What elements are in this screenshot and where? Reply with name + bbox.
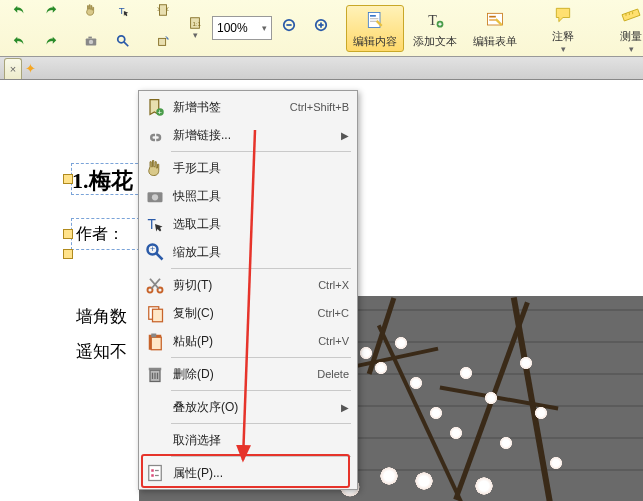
fit-page-button[interactable] (148, 0, 178, 28)
menu-delete[interactable]: 删除(D)Delete (141, 360, 355, 388)
measure-button[interactable]: 测量 ▾ (602, 0, 643, 57)
svg-rect-48 (149, 368, 162, 371)
menu-arrange[interactable]: 叠放次序(O)▶ (141, 393, 355, 421)
menu-copy[interactable]: 复制(C)Ctrl+C (141, 299, 355, 327)
submenu-arrow-icon: ▶ (341, 402, 349, 413)
add-text-label: 添加文本 (413, 34, 457, 49)
rotate-icon (154, 32, 172, 50)
magnifier-icon (114, 32, 132, 50)
svg-text:+: + (158, 108, 163, 117)
context-menu: +新增书签Ctrl+Shift+B 新增链接...▶ 手形工具 快照工具 T选取… (138, 90, 358, 490)
undo-more-button[interactable] (4, 29, 34, 59)
copy-icon (145, 303, 165, 323)
svg-point-4 (118, 35, 125, 42)
svg-line-5 (124, 41, 128, 45)
camera-icon (145, 186, 165, 206)
menu-zoom-tool[interactable]: +缩放工具 (141, 238, 355, 266)
zoom-button[interactable] (108, 29, 138, 59)
measure-icon (619, 3, 643, 27)
edit-content-icon (363, 8, 387, 32)
annotate-icon (551, 3, 575, 27)
svg-rect-15 (368, 12, 380, 27)
undo-button[interactable] (4, 0, 34, 28)
menu-new-link[interactable]: 新增链接...▶ (141, 121, 355, 149)
selection-handle[interactable] (63, 249, 73, 259)
zoom-value: 100% (217, 21, 248, 35)
select-button[interactable]: T (108, 0, 138, 28)
zoom-in-button[interactable] (306, 13, 336, 43)
redo-icon (42, 1, 60, 19)
main-toolbar: T 1:1▾ 100%▾ 编辑内容 T 添加文本 编辑表单 注释 ▾ 测量 ▾ (0, 0, 643, 57)
svg-rect-25 (489, 19, 496, 21)
svg-text:T: T (119, 4, 125, 15)
annotate-button[interactable]: 注释 ▾ (534, 0, 592, 57)
svg-point-1 (89, 39, 93, 43)
zoom-combo[interactable]: 100%▾ (212, 16, 272, 40)
measure-label: 测量 (620, 29, 642, 44)
menu-select-tool[interactable]: T选取工具 (141, 210, 355, 238)
add-text-button[interactable]: T 添加文本 (406, 5, 464, 52)
doc-heading: 1.梅花 (72, 166, 133, 196)
svg-rect-46 (151, 334, 156, 338)
cut-icon (145, 275, 165, 295)
svg-rect-45 (151, 337, 161, 350)
delete-icon (145, 364, 165, 384)
select-icon: T (114, 1, 132, 19)
svg-rect-7 (159, 38, 166, 45)
link-icon (145, 125, 165, 145)
edit-content-button[interactable]: 编辑内容 (346, 5, 404, 52)
svg-rect-2 (88, 36, 92, 38)
undo2-icon (10, 32, 28, 50)
tab-close[interactable]: × (4, 58, 22, 79)
redo2-icon (42, 32, 60, 50)
menu-deselect[interactable]: 取消选择 (141, 426, 355, 454)
svg-rect-43 (153, 309, 163, 322)
svg-rect-17 (370, 18, 378, 19)
svg-text:+: + (150, 244, 155, 254)
magnifier-icon: + (145, 242, 165, 262)
svg-rect-26 (622, 9, 640, 21)
bookmark-icon: + (145, 97, 165, 117)
camera-icon (82, 32, 100, 50)
annotate-label: 注释 (552, 29, 574, 44)
selection-handle[interactable] (63, 229, 73, 239)
svg-rect-6 (160, 4, 167, 15)
add-tab-button[interactable]: ✦ (25, 61, 36, 76)
select-icon: T (145, 214, 165, 234)
hand-button[interactable] (76, 0, 106, 28)
paste-icon (145, 331, 165, 351)
zoom-out-icon (280, 16, 298, 34)
submenu-arrow-icon: ▶ (341, 130, 349, 141)
menu-hand-tool[interactable]: 手形工具 (141, 154, 355, 182)
svg-point-33 (152, 194, 158, 200)
svg-line-36 (156, 253, 162, 259)
fit-page-icon (154, 1, 172, 19)
edit-content-label: 编辑内容 (353, 34, 397, 49)
hand-icon (145, 158, 165, 178)
doc-line1: 墙角数 (76, 305, 127, 328)
edit-form-label: 编辑表单 (473, 34, 517, 49)
actual-size-button[interactable]: 1:1▾ (180, 13, 210, 43)
menu-snapshot-tool[interactable]: 快照工具 (141, 182, 355, 210)
menu-paste[interactable]: 粘贴(P)Ctrl+V (141, 327, 355, 355)
tab-strip: × ✦ (0, 57, 643, 80)
annotation-highlight (141, 454, 350, 488)
actual-icon: 1:1 (186, 16, 204, 30)
rotate-button[interactable] (148, 29, 178, 59)
svg-rect-24 (489, 15, 496, 17)
zoom-out-button[interactable] (274, 13, 304, 43)
doc-line2: 遥知不 (76, 340, 127, 363)
snapshot-button[interactable] (76, 29, 106, 59)
redo-more-button[interactable] (36, 29, 66, 59)
svg-text:T: T (428, 12, 437, 28)
hand-icon (82, 1, 100, 19)
redo-button[interactable] (36, 0, 66, 28)
menu-new-bookmark[interactable]: +新增书签Ctrl+Shift+B (141, 93, 355, 121)
edit-form-button[interactable]: 编辑表单 (466, 5, 524, 52)
menu-cut[interactable]: 剪切(T)Ctrl+X (141, 271, 355, 299)
add-text-icon: T (423, 8, 447, 32)
doc-author-label: 作者： (76, 224, 124, 245)
document-area: 1.梅花 作者： 墙角数 遥知不 (0, 80, 643, 88)
zoom-in-icon (312, 16, 330, 34)
svg-rect-16 (370, 15, 376, 17)
